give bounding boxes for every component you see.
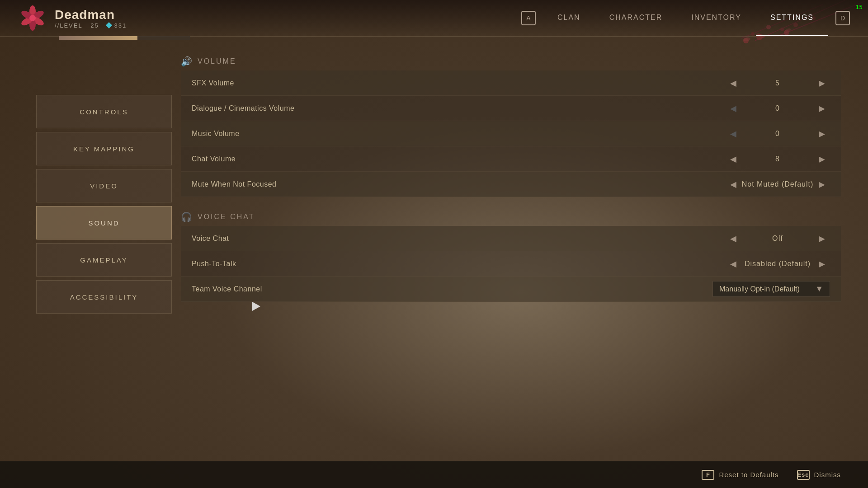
push-to-talk-value: Disabled (Default) <box>741 260 814 268</box>
dialogue-volume-right-btn[interactable]: ▶ <box>814 100 830 117</box>
diamond-icon <box>106 22 112 28</box>
push-to-talk-right-btn[interactable]: ▶ <box>814 256 830 272</box>
dialogue-volume-value: 0 <box>741 104 814 113</box>
xp-bar-area <box>59 36 190 40</box>
team-voice-control: Manually Opt-in (Default) ▼ <box>703 281 830 297</box>
sfx-volume-row: SFX Volume ◀ 5 ▶ <box>181 70 841 96</box>
tab-settings[interactable]: SETTINGS <box>756 0 828 36</box>
sfx-volume-label: SFX Volume <box>192 79 703 87</box>
dialogue-volume-left-btn[interactable]: ◀ <box>725 100 741 117</box>
volume-icon: 🔊 <box>181 56 192 67</box>
music-volume-control: ◀ 0 ▶ <box>703 126 830 142</box>
sidebar: CONTROLS KEY MAPPING VIDEO SOUND GAMEPLA… <box>36 41 172 314</box>
nav-icon-left[interactable]: A <box>521 11 536 25</box>
dropdown-chevron-icon: ▼ <box>815 284 823 294</box>
chat-volume-control: ◀ 8 ▶ <box>703 151 830 167</box>
push-to-talk-row: Push-To-Talk ◀ Disabled (Default) ▶ <box>181 251 841 277</box>
chat-volume-row: Chat Volume ◀ 8 ▶ <box>181 146 841 172</box>
tab-character[interactable]: CHARACTER <box>595 0 677 36</box>
voice-chat-icon: 🎧 <box>181 211 192 222</box>
push-to-talk-left-btn[interactable]: ◀ <box>725 256 741 272</box>
chat-volume-right-btn[interactable]: ▶ <box>814 151 830 167</box>
music-volume-value: 0 <box>741 130 814 138</box>
dismiss-label: Dismiss <box>814 471 841 479</box>
player-name: Deadman <box>55 8 127 22</box>
mute-focused-value: Not Muted (Default) <box>741 180 814 188</box>
music-volume-left-btn[interactable]: ◀ <box>725 126 741 142</box>
sfx-volume-value: 5 <box>741 79 814 87</box>
reset-key-icon: F <box>702 470 714 480</box>
bottombar: F Reset to Defaults Esc Dismiss <box>0 461 868 488</box>
player-level: //LEVEL 25 331 <box>55 22 127 29</box>
mute-focused-right-btn[interactable]: ▶ <box>814 176 830 192</box>
reset-defaults-label: Reset to Defaults <box>719 471 778 479</box>
music-volume-row: Music Volume ◀ 0 ▶ <box>181 121 841 146</box>
voice-chat-section-title: VOICE CHAT <box>198 213 255 221</box>
music-volume-right-btn[interactable]: ▶ <box>814 126 830 142</box>
dismiss-action[interactable]: Esc Dismiss <box>797 470 841 480</box>
sidebar-btn-accessibility[interactable]: ACCESSIBILITY <box>36 280 172 314</box>
fps-counter: 15 <box>855 4 863 10</box>
nav-tabs: A CLAN CHARACTER INVENTORY SETTINGS D <box>514 0 850 36</box>
sidebar-btn-video[interactable]: VIDEO <box>36 169 172 202</box>
mute-focused-control: ◀ Not Muted (Default) ▶ <box>703 176 830 192</box>
voice-chat-value: Off <box>741 235 814 243</box>
logo-icon <box>18 4 47 33</box>
chat-volume-left-btn[interactable]: ◀ <box>725 151 741 167</box>
push-to-talk-label: Push-To-Talk <box>192 260 703 268</box>
dialogue-volume-control: ◀ 0 ▶ <box>703 100 830 117</box>
main-content: 🔊 VOLUME SFX Volume ◀ 5 ▶ Dialogue / Cin… <box>181 45 841 452</box>
sidebar-btn-sound[interactable]: SOUND <box>36 206 172 239</box>
push-to-talk-control: ◀ Disabled (Default) ▶ <box>703 256 830 272</box>
sfx-volume-control: ◀ 5 ▶ <box>703 75 830 91</box>
dialogue-volume-label: Dialogue / Cinematics Volume <box>192 104 703 113</box>
voice-chat-section-header: 🎧 VOICE CHAT <box>181 211 841 222</box>
tab-inventory[interactable]: INVENTORY <box>677 0 756 36</box>
music-volume-label: Music Volume <box>192 130 703 138</box>
sidebar-btn-key-mapping[interactable]: KEY MAPPING <box>36 132 172 165</box>
dialogue-volume-row: Dialogue / Cinematics Volume ◀ 0 ▶ <box>181 96 841 121</box>
mute-focused-row: Mute When Not Focused ◀ Not Muted (Defau… <box>181 172 841 197</box>
logo-area: Deadman //LEVEL 25 331 <box>0 4 190 33</box>
nav-icon-right[interactable]: D <box>835 11 850 25</box>
volume-section-header: 🔊 VOLUME <box>181 56 841 67</box>
player-info: Deadman //LEVEL 25 331 <box>55 8 127 29</box>
topbar: Deadman //LEVEL 25 331 A CLAN CHARACTER … <box>0 0 868 36</box>
mute-focused-label: Mute When Not Focused <box>192 180 703 188</box>
svg-point-20 <box>29 15 36 21</box>
chat-volume-value: 8 <box>741 155 814 163</box>
team-voice-dropdown-value: Manually Opt-in (Default) <box>719 285 800 293</box>
sfx-volume-left-btn[interactable]: ◀ <box>725 75 741 91</box>
voice-chat-right-btn[interactable]: ▶ <box>814 230 830 247</box>
reset-defaults-action[interactable]: F Reset to Defaults <box>702 470 778 480</box>
sidebar-btn-gameplay[interactable]: GAMEPLAY <box>36 243 172 277</box>
team-voice-label: Team Voice Channel <box>192 285 703 293</box>
tab-clan[interactable]: CLAN <box>543 0 595 36</box>
voice-chat-left-btn[interactable]: ◀ <box>725 230 741 247</box>
voice-chat-label: Voice Chat <box>192 235 703 243</box>
xp-bar-fill <box>59 36 137 40</box>
sfx-volume-right-btn[interactable]: ▶ <box>814 75 830 91</box>
team-voice-dropdown[interactable]: Manually Opt-in (Default) ▼ <box>712 281 830 297</box>
mute-focused-left-btn[interactable]: ◀ <box>725 176 741 192</box>
volume-section-title: VOLUME <box>198 57 236 66</box>
chat-volume-label: Chat Volume <box>192 155 703 163</box>
team-voice-row: Team Voice Channel Manually Opt-in (Defa… <box>181 277 841 302</box>
voice-chat-row: Voice Chat ◀ Off ▶ <box>181 226 841 251</box>
sidebar-btn-controls[interactable]: CONTROLS <box>36 95 172 128</box>
dismiss-key-icon: Esc <box>797 470 810 480</box>
voice-chat-control: ◀ Off ▶ <box>703 230 830 247</box>
